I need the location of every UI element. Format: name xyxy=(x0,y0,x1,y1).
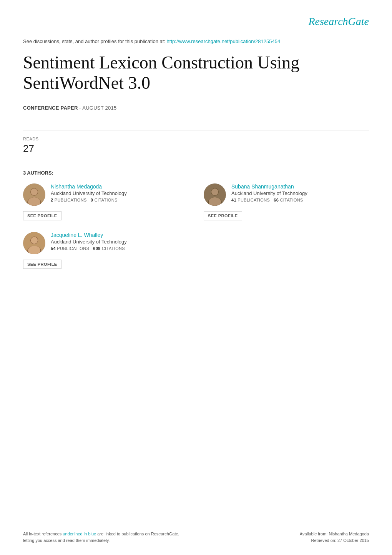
discussion-line: See discussions, stats, and author profi… xyxy=(23,38,369,44)
author-cites-1: 0 xyxy=(91,198,93,202)
author-cites-3: 609 xyxy=(93,246,100,251)
author-info-3: Jacqueline L. Whalley Auckland Universit… xyxy=(51,232,188,251)
author-institution-3: Auckland University of Technology xyxy=(51,239,188,245)
author-name-2[interactable]: Subana Shanmuganathan xyxy=(231,183,369,190)
see-profile-button-2[interactable]: SEE PROFILE xyxy=(204,211,242,220)
author-stats-3: 54 PUBLICATIONS 609 CITATIONS xyxy=(51,246,188,251)
svg-point-3 xyxy=(31,188,38,195)
footer-left-text3: letting you access and read them immedia… xyxy=(23,538,110,543)
reads-section: READS 27 xyxy=(23,137,369,155)
section-divider xyxy=(23,130,369,130)
paper-type: CONFERENCE PAPER xyxy=(23,105,78,111)
header: ResearchGate xyxy=(23,15,369,32)
author-top-2: Subana Shanmuganathan Auckland Universit… xyxy=(204,183,369,206)
avatar-2 xyxy=(204,183,226,206)
authors-grid: Nishantha Medagoda Auckland University o… xyxy=(23,183,369,280)
brand-logo: ResearchGate xyxy=(308,15,369,27)
footer: All in-text references underlined in blu… xyxy=(23,531,369,543)
svg-point-8 xyxy=(211,188,218,195)
footer-right: Available from: Nishantha Medagoda Retri… xyxy=(300,531,369,543)
author-card-2: Subana Shanmuganathan Auckland Universit… xyxy=(204,183,369,220)
footer-available-from: Available from: Nishantha Medagoda xyxy=(300,532,369,536)
avatar-1 xyxy=(23,183,45,206)
authors-heading: 3 AUTHORS: xyxy=(23,170,369,176)
author-card-3: Jacqueline L. Whalley Auckland Universit… xyxy=(23,232,188,269)
footer-underline-text: underlined in blue xyxy=(63,532,96,536)
author-pubs-1: 2 xyxy=(51,198,53,202)
svg-point-13 xyxy=(31,237,38,244)
reads-count: 27 xyxy=(23,143,369,155)
author-top-3: Jacqueline L. Whalley Auckland Universit… xyxy=(23,232,188,254)
reads-label: READS xyxy=(23,137,369,141)
footer-left: All in-text references underlined in blu… xyxy=(23,531,179,543)
discussion-text: See discussions, stats, and author profi… xyxy=(23,38,167,44)
paper-title: Sentiment Lexicon Construction Using Sen… xyxy=(23,53,369,93)
author-card-1: Nishantha Medagoda Auckland University o… xyxy=(23,183,188,220)
footer-retrieved-on: Retrieved on: 27 October 2015 xyxy=(311,538,369,543)
author-info-1: Nishantha Medagoda Auckland University o… xyxy=(51,183,188,202)
paper-meta: CONFERENCE PAPER · AUGUST 2015 xyxy=(23,105,369,111)
author-pubs-2: 41 xyxy=(231,198,236,202)
paper-date: AUGUST 2015 xyxy=(82,105,116,111)
author-pubs-3: 54 xyxy=(51,246,56,251)
footer-left-text2: are linked to publications on ResearchGa… xyxy=(96,532,179,536)
author-top-1: Nishantha Medagoda Auckland University o… xyxy=(23,183,188,206)
see-profile-button-1[interactable]: SEE PROFILE xyxy=(23,211,61,220)
see-profile-button-3[interactable]: SEE PROFILE xyxy=(23,260,61,269)
author-institution-2: Auckland University of Technology xyxy=(231,190,369,196)
avatar-3 xyxy=(23,232,45,254)
footer-left-text1: All in-text references xyxy=(23,532,63,536)
discussion-url[interactable]: http://www.researchgate.net/publication/… xyxy=(167,38,281,44)
author-info-2: Subana Shanmuganathan Auckland Universit… xyxy=(231,183,369,202)
author-name-3[interactable]: Jacqueline L. Whalley xyxy=(51,232,188,238)
author-cites-2: 66 xyxy=(274,198,279,202)
author-stats-1: 2 PUBLICATIONS 0 CITATIONS xyxy=(51,198,188,202)
author-stats-2: 41 PUBLICATIONS 66 CITATIONS xyxy=(231,198,369,202)
author-name-1[interactable]: Nishantha Medagoda xyxy=(51,183,188,190)
author-institution-1: Auckland University of Technology xyxy=(51,190,188,196)
